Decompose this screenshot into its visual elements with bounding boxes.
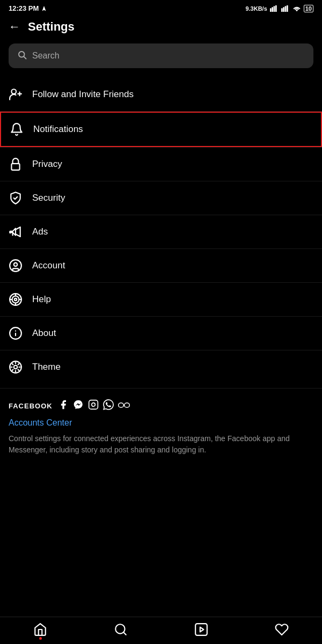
svg-point-20 <box>14 298 17 301</box>
settings-item-about[interactable]: About <box>0 317 322 350</box>
page-title: Settings <box>28 20 75 34</box>
bottom-nav <box>0 617 322 644</box>
settings-item-help[interactable]: Help <box>0 283 322 316</box>
shield-icon <box>9 191 23 205</box>
svg-line-34 <box>12 364 13 365</box>
help-label: Help <box>32 294 51 305</box>
status-bar: 12:23 PM 9.3KB/s 10 <box>0 0 322 14</box>
facebook-text: FACEBOOK <box>9 402 53 410</box>
about-label: About <box>32 328 56 339</box>
facebook-icon <box>58 399 69 413</box>
settings-header: ← Settings <box>0 14 322 41</box>
svg-point-10 <box>11 89 16 94</box>
notifications-label: Notifications <box>33 124 83 135</box>
facebook-section: FACEBOOK Accounts Center Control <box>0 389 322 460</box>
bell-icon <box>10 122 24 136</box>
settings-item-security[interactable]: Security <box>0 181 322 215</box>
svg-rect-44 <box>195 624 207 635</box>
svg-rect-3 <box>275 5 277 12</box>
account-icon <box>9 259 23 273</box>
svg-rect-0 <box>270 8 272 12</box>
follow-icon <box>9 87 23 101</box>
settings-item-account[interactable]: Account <box>0 249 322 282</box>
whatsapp-icon <box>103 399 114 413</box>
search-bar[interactable]: Search <box>9 43 313 68</box>
nav-search[interactable] <box>114 623 128 636</box>
megaphone-icon <box>9 225 23 239</box>
svg-rect-7 <box>287 5 288 12</box>
accounts-description: Control settings for connected experienc… <box>9 433 313 456</box>
help-icon <box>9 292 23 306</box>
nav-reels[interactable] <box>194 623 208 636</box>
search-placeholder: Search <box>32 51 60 61</box>
svg-rect-6 <box>284 6 286 12</box>
svg-rect-5 <box>283 7 284 12</box>
svg-point-29 <box>14 365 18 369</box>
theme-label: Theme <box>32 362 61 372</box>
facebook-icons <box>58 399 130 413</box>
svg-rect-4 <box>281 8 283 12</box>
svg-rect-1 <box>272 7 273 12</box>
home-notification-dot <box>39 637 42 640</box>
meta-icon <box>118 400 130 412</box>
svg-line-36 <box>12 370 13 371</box>
back-button[interactable]: ← <box>9 20 20 34</box>
svg-point-40 <box>118 403 123 408</box>
nav-likes[interactable] <box>275 623 289 636</box>
facebook-brand: FACEBOOK <box>9 399 313 413</box>
search-icon <box>17 50 27 62</box>
settings-item-ads[interactable]: Ads <box>0 215 322 248</box>
security-label: Security <box>32 193 65 203</box>
settings-item-follow[interactable]: Follow and Invite Friends <box>0 78 322 111</box>
settings-item-theme[interactable]: Theme <box>0 350 322 384</box>
privacy-label: Privacy <box>32 159 62 170</box>
lock-icon <box>9 157 23 171</box>
instagram-icon <box>88 399 99 413</box>
nav-home[interactable] <box>33 623 47 636</box>
svg-line-15 <box>16 234 20 236</box>
svg-rect-2 <box>273 6 275 12</box>
account-label: Account <box>32 260 65 271</box>
svg-rect-38 <box>89 400 98 409</box>
svg-line-37 <box>18 364 19 365</box>
status-time: 12:23 PM <box>9 4 47 12</box>
svg-point-17 <box>14 263 18 267</box>
svg-line-35 <box>18 370 19 371</box>
ads-label: Ads <box>32 226 48 237</box>
messenger-icon <box>73 399 84 413</box>
svg-point-41 <box>124 403 129 408</box>
svg-rect-13 <box>11 164 19 170</box>
follow-label: Follow and Invite Friends <box>32 89 134 100</box>
svg-marker-45 <box>200 627 204 632</box>
accounts-center-link[interactable]: Accounts Center <box>9 418 313 428</box>
status-right: 9.3KB/s 10 <box>245 5 313 12</box>
theme-icon <box>9 360 23 374</box>
settings-menu: Follow and Invite Friends Notifications … <box>0 78 322 384</box>
settings-item-privacy[interactable]: Privacy <box>0 148 322 181</box>
svg-line-43 <box>123 632 126 635</box>
info-icon <box>9 326 23 340</box>
svg-point-19 <box>12 296 19 303</box>
svg-line-9 <box>24 56 26 58</box>
svg-line-14 <box>16 227 20 229</box>
settings-item-notifications[interactable]: Notifications <box>0 112 322 147</box>
